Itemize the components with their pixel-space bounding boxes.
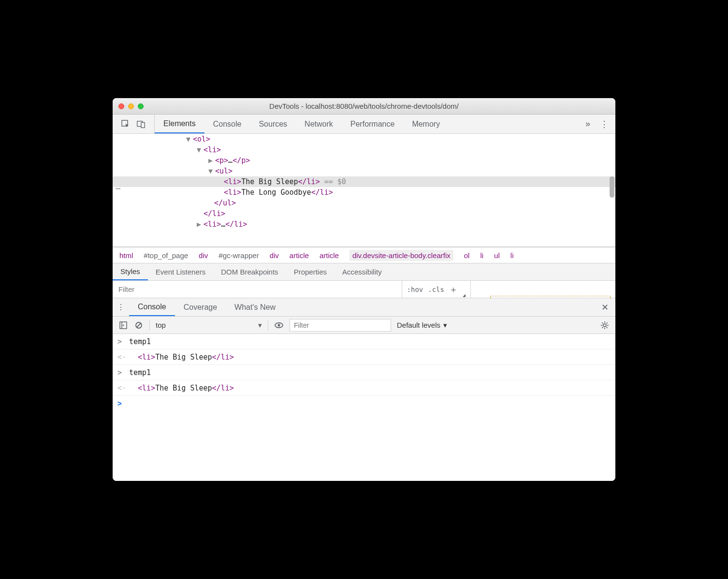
console-toolbar: top ▾ Default levels ▾ (113, 317, 615, 334)
main-tabs: ElementsConsoleSourcesNetworkPerformance… (155, 115, 449, 133)
dom-node[interactable]: ▼<ol> (113, 134, 615, 145)
cls-toggle[interactable]: .cls (428, 286, 444, 293)
main-menu-icon[interactable]: ⋮ (600, 119, 609, 130)
main-tab-sources[interactable]: Sources (250, 115, 296, 133)
main-tab-console[interactable]: Console (204, 115, 250, 133)
dom-node[interactable]: </li> (113, 208, 615, 219)
styles-toggles: :hov .cls ＋ ◢ (402, 281, 470, 298)
console-sidebar-toggle-icon[interactable] (118, 320, 128, 330)
styles-tabstrip: StylesEvent ListenersDOM BreakpointsProp… (113, 263, 615, 281)
styles-filter-input[interactable] (113, 281, 402, 298)
drawer-menu-icon[interactable]: ⋮ (113, 298, 129, 316)
svg-point-7 (278, 324, 280, 326)
expand-corner-icon: ◢ (463, 292, 466, 298)
drawer-tab-coverage[interactable]: Coverage (175, 298, 226, 316)
subtab-styles[interactable]: Styles (113, 263, 148, 280)
breadcrumb-item[interactable]: div (270, 251, 279, 260)
titlebar: DevTools - localhost:8080/web/tools/chro… (113, 98, 615, 115)
dom-node[interactable]: ▶<li>…</li> (113, 219, 615, 230)
breadcrumb-item[interactable]: ul (494, 251, 500, 260)
inspect-icon[interactable] (121, 120, 130, 129)
context-label: top (156, 321, 166, 329)
device-toggle-icon[interactable] (137, 120, 146, 129)
main-tab-network[interactable]: Network (296, 115, 342, 133)
console-filter-input[interactable] (290, 319, 391, 332)
main-tab-performance[interactable]: Performance (342, 115, 404, 133)
console-prompt[interactable]: > (113, 396, 615, 411)
svg-line-16 (607, 322, 608, 323)
drawer-close-icon[interactable]: ✕ (595, 298, 615, 316)
drawer-tabstrip: ⋮ ConsoleCoverageWhat's New ✕ (113, 298, 615, 317)
breadcrumb-item[interactable]: li (510, 251, 514, 260)
caret-down-icon: ▾ (258, 321, 262, 330)
drawer-tab-console[interactable]: Console (129, 298, 175, 316)
dom-node[interactable]: </ul> (113, 198, 615, 208)
subtab-accessibility[interactable]: Accessibility (335, 263, 390, 280)
scrollbar-thumb[interactable] (610, 176, 614, 198)
breadcrumb-item[interactable]: #top_of_page (144, 251, 188, 260)
drawer-tab-what-s-new[interactable]: What's New (226, 298, 284, 316)
dom-tree[interactable]: ⋯ ▼<ol>▼<li>▶<p>…</p>▼<ul><li>The Big Sl… (113, 134, 615, 247)
svg-rect-2 (141, 122, 145, 128)
breadcrumb-item[interactable]: article (290, 251, 309, 260)
context-selector[interactable]: top ▾ (156, 321, 262, 330)
devtools-window: DevTools - localhost:8080/web/tools/chro… (113, 98, 615, 481)
dom-breadcrumb[interactable]: html#top_of_pagediv#gc-wrapperdivarticle… (113, 247, 615, 263)
svg-line-14 (607, 327, 608, 328)
clear-console-icon[interactable] (134, 320, 144, 330)
console-row[interactable]: <· <li>The Big Sleep</li> (113, 349, 615, 365)
computed-preview (470, 281, 615, 298)
selected-marker-icon: ⋯ (116, 183, 121, 193)
svg-line-15 (602, 327, 603, 328)
breadcrumb-item[interactable]: div.devsite-article-body.clearfix (349, 250, 453, 261)
dom-node[interactable]: <li>The Big Sleep</li> == $0 (113, 176, 615, 187)
breadcrumb-item[interactable]: div (199, 251, 208, 260)
svg-line-5 (137, 323, 141, 327)
dom-node[interactable]: <li>The Long Goodbye</li> (113, 187, 615, 198)
new-style-rule-icon[interactable]: ＋ (449, 284, 458, 295)
console-row[interactable]: <· <li>The Big Sleep</li> (113, 380, 615, 396)
separator (149, 320, 150, 331)
live-expression-icon[interactable] (274, 320, 284, 330)
dom-node[interactable]: ▶<p>…</p> (113, 155, 615, 166)
caret-down-icon: ▾ (443, 321, 447, 330)
subtab-dom-breakpoints[interactable]: DOM Breakpoints (213, 263, 286, 280)
toolbar-left (113, 115, 155, 133)
log-levels-label: Default levels (397, 321, 440, 329)
close-window-button[interactable] (118, 103, 124, 109)
svg-point-8 (603, 324, 606, 327)
breadcrumb-item[interactable]: html (119, 251, 133, 260)
dom-node[interactable]: ▼<ul> (113, 166, 615, 176)
svg-line-13 (602, 322, 603, 323)
subtab-properties[interactable]: Properties (286, 263, 335, 280)
hov-toggle[interactable]: :hov (407, 286, 423, 293)
subtab-event-listeners[interactable]: Event Listeners (148, 263, 213, 280)
dom-node[interactable]: ▼<li> (113, 145, 615, 155)
breadcrumb-item[interactable]: ol (464, 251, 470, 260)
more-tabs-icon[interactable]: » (585, 119, 590, 129)
window-title: DevTools - localhost:8080/web/tools/chro… (113, 102, 615, 110)
zoom-window-button[interactable] (138, 103, 144, 109)
main-tab-memory[interactable]: Memory (403, 115, 449, 133)
margin-box-preview (490, 296, 611, 299)
console-row[interactable]: >temp1 (113, 334, 615, 349)
log-levels-selector[interactable]: Default levels ▾ (397, 321, 447, 330)
minimize-window-button[interactable] (128, 103, 134, 109)
styles-filter-bar: :hov .cls ＋ ◢ (113, 281, 615, 298)
breadcrumb-item[interactable]: #gc-wrapper (218, 251, 259, 260)
toolbar-right: » ⋮ (579, 115, 615, 133)
console-settings-icon[interactable] (600, 320, 610, 330)
traffic-lights (113, 103, 144, 109)
console-row[interactable]: >temp1 (113, 365, 615, 380)
breadcrumb-item[interactable]: li (480, 251, 483, 260)
console-output[interactable]: >temp1<· <li>The Big Sleep</li>>temp1<· … (113, 334, 615, 481)
breadcrumb-item[interactable]: article (320, 251, 339, 260)
separator (268, 320, 268, 331)
main-tab-elements[interactable]: Elements (155, 115, 204, 133)
main-tabstrip: ElementsConsoleSourcesNetworkPerformance… (113, 115, 615, 134)
